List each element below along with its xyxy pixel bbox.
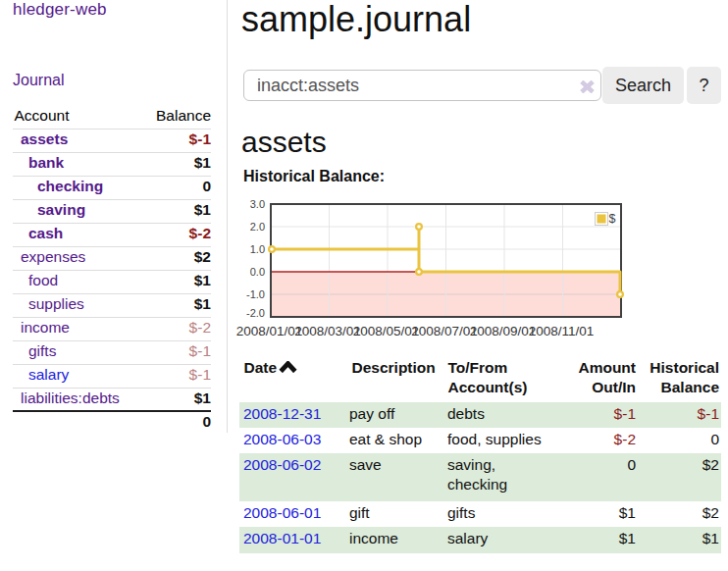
svg-text:1.0: 1.0 (250, 243, 265, 255)
svg-text:2008/05/01: 2008/05/01 (353, 324, 420, 338)
svg-text:-2.0: -2.0 (246, 307, 265, 319)
svg-text:$: $ (609, 212, 616, 226)
svg-text:-1.0: -1.0 (246, 288, 265, 300)
svg-text:3.0: 3.0 (250, 198, 265, 210)
svg-text:2.0: 2.0 (250, 221, 265, 233)
svg-text:2008/11/01: 2008/11/01 (529, 324, 595, 338)
svg-text:2008/01/01: 2008/01/01 (236, 324, 303, 338)
svg-text:0.0: 0.0 (250, 266, 265, 278)
svg-text:2008/03/01: 2008/03/01 (294, 324, 361, 338)
svg-text:2008/09/01: 2008/09/01 (470, 324, 537, 338)
svg-text:2008/07/01: 2008/07/01 (411, 324, 478, 338)
